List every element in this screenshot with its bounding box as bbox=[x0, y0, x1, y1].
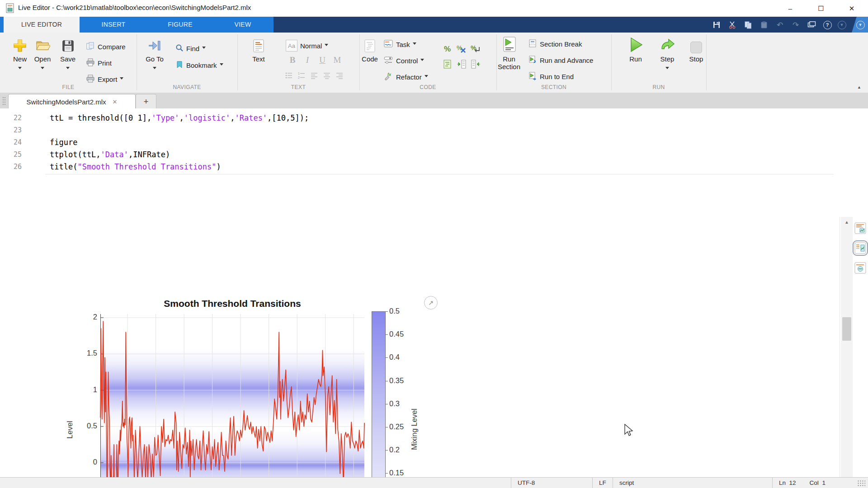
section-break-icon bbox=[528, 39, 537, 49]
wrap-comments-icon[interactable]: % bbox=[470, 43, 481, 56]
view-mode-right-icon[interactable] bbox=[854, 242, 866, 254]
qa-more-options-icon[interactable]: ▼ bbox=[837, 20, 847, 30]
window-title: Live Editor - C:\work21b\matlab\toolbox\… bbox=[18, 4, 251, 11]
plot-area[interactable] bbox=[100, 314, 364, 488]
close-tab-icon[interactable]: ✕ bbox=[113, 99, 118, 105]
refactor-button[interactable]: fx Refactor bbox=[383, 71, 428, 83]
underline-button[interactable]: U bbox=[316, 55, 328, 65]
qa-redo-icon[interactable]: ↷ bbox=[791, 20, 801, 30]
text-style-select[interactable]: Aa Normal bbox=[286, 40, 328, 52]
new-document-tab-button[interactable]: + bbox=[136, 94, 156, 109]
save-floppy-icon bbox=[54, 36, 81, 53]
bookmark-icon bbox=[175, 61, 184, 70]
bullet-list-icon[interactable] bbox=[285, 71, 293, 81]
qa-desktop-window-icon[interactable] bbox=[807, 20, 816, 30]
svg-text:2: 2 bbox=[298, 76, 300, 79]
open-button[interactable]: Open bbox=[29, 36, 56, 73]
code-line[interactable]: 26title("Smooth Threshold Transitions") bbox=[0, 161, 633, 173]
run-to-end-button[interactable]: Run to End bbox=[528, 71, 574, 82]
tab-live-editor[interactable]: LIVE EDITOR bbox=[4, 17, 80, 33]
code-button[interactable]: Code bbox=[356, 36, 383, 63]
stop-button[interactable]: Stop bbox=[683, 36, 710, 63]
bold-button[interactable]: B bbox=[287, 55, 298, 65]
status-encoding: UTF-8 bbox=[511, 478, 599, 488]
tab-insert[interactable]: INSERT bbox=[80, 17, 147, 33]
run-and-advance-button[interactable]: Run and Advance bbox=[528, 55, 593, 66]
run-section-button[interactable]: Run Section bbox=[496, 36, 522, 70]
run-and-advance-icon bbox=[528, 55, 537, 66]
matlab-live-editor-window: Live Editor - C:\work21b\matlab\toolbox\… bbox=[0, 0, 868, 488]
italic-button[interactable]: I bbox=[302, 55, 313, 65]
scroll-up-icon[interactable]: ▲ bbox=[844, 220, 850, 225]
ln-label: Ln bbox=[779, 479, 786, 486]
qa-cut-icon[interactable] bbox=[727, 20, 737, 30]
section-label-code: CODE bbox=[359, 84, 496, 90]
text-button[interactable]: Text bbox=[245, 36, 272, 63]
run-to-end-icon bbox=[528, 71, 537, 82]
resize-grip[interactable] bbox=[857, 480, 865, 486]
monospace-button[interactable]: M bbox=[331, 55, 343, 65]
qa-copy-icon[interactable] bbox=[743, 20, 753, 30]
align-left-icon[interactable] bbox=[310, 71, 318, 81]
svg-text:%: % bbox=[457, 44, 462, 52]
section-label-run: RUN bbox=[611, 84, 706, 90]
qa-save-icon[interactable] bbox=[712, 20, 722, 30]
view-mode-hide-code-icon[interactable] bbox=[854, 262, 866, 274]
open-in-figure-window-icon[interactable]: ↗ bbox=[424, 296, 438, 310]
scrollbar-thumb[interactable] bbox=[842, 317, 851, 341]
tabbar-drag-handle[interactable] bbox=[2, 96, 6, 107]
code-lines[interactable]: 22ttL = threshold([0 1],'Type','logistic… bbox=[0, 112, 633, 173]
tab-figure[interactable]: FIGURE bbox=[147, 17, 213, 33]
view-mode-inline-icon[interactable] bbox=[854, 222, 866, 234]
collapse-ribbon-icon[interactable]: ▲ bbox=[857, 85, 861, 89]
indent-left-icon[interactable] bbox=[470, 59, 481, 71]
figure-output: Smooth Threshold Transitions ↗ bbox=[61, 294, 443, 488]
save-button[interactable]: Save bbox=[54, 36, 81, 73]
ribbon-toolbar: New Open Save Compare Print Export FILE … bbox=[0, 33, 868, 93]
control-button[interactable]: Control bbox=[383, 55, 424, 66]
col-value: 1 bbox=[822, 479, 826, 486]
colorbar bbox=[372, 311, 386, 488]
print-icon bbox=[86, 58, 95, 68]
text-document-icon bbox=[245, 36, 272, 53]
align-right-icon[interactable] bbox=[335, 71, 344, 81]
code-line[interactable]: 23 bbox=[0, 124, 633, 136]
list-align-buttons: 12 bbox=[285, 71, 344, 81]
comment-icon[interactable]: % bbox=[442, 43, 453, 56]
document-tab-active[interactable]: SwitchingModelsPart2.mlx ✕ bbox=[8, 94, 136, 109]
code-line[interactable]: 22ttL = threshold([0 1],'Type','logistic… bbox=[0, 112, 633, 124]
bookmark-button[interactable]: Bookmark bbox=[175, 61, 223, 70]
status-position: Ln 12 Col 1 bbox=[772, 478, 868, 488]
qa-help-icon[interactable]: ? bbox=[822, 20, 832, 30]
numbered-list-icon[interactable]: 12 bbox=[297, 71, 306, 81]
run-button[interactable]: Run bbox=[622, 36, 649, 63]
qa-undo-icon[interactable]: ↶ bbox=[775, 20, 785, 30]
goto-button[interactable]: Go To bbox=[141, 36, 168, 73]
find-button[interactable]: Find bbox=[175, 44, 206, 53]
svg-text:fx: fx bbox=[387, 72, 392, 77]
compare-button[interactable]: Compare bbox=[86, 42, 126, 52]
smart-indent-icon[interactable] bbox=[442, 59, 453, 71]
export-icon bbox=[86, 74, 95, 84]
close-button[interactable]: ✕ bbox=[843, 3, 861, 14]
minimize-button[interactable]: – bbox=[781, 3, 799, 14]
maximize-button[interactable]: ☐ bbox=[812, 3, 830, 14]
task-button[interactable]: Task bbox=[383, 39, 416, 50]
code-line[interactable]: 25ttplot(ttL,'Data',INFRate) bbox=[0, 149, 633, 161]
align-center-icon[interactable] bbox=[323, 71, 331, 81]
print-button[interactable]: Print bbox=[86, 58, 112, 68]
run-play-icon bbox=[622, 36, 649, 53]
code-line[interactable]: 24figure bbox=[0, 136, 633, 149]
tab-view[interactable]: VIEW bbox=[213, 17, 273, 33]
vertical-scrollbar[interactable] bbox=[841, 217, 853, 488]
export-button[interactable]: Export bbox=[86, 74, 123, 84]
gallery-expand-icon[interactable]: ▼ bbox=[855, 20, 865, 30]
search-icon bbox=[175, 44, 184, 53]
section-label-text: TEXT bbox=[237, 84, 359, 90]
live-editor-canvas[interactable]: 22ttL = threshold([0 1],'Type','logistic… bbox=[0, 108, 868, 477]
indent-right-icon[interactable] bbox=[456, 59, 467, 71]
section-break-button[interactable]: Section Break bbox=[528, 39, 582, 49]
step-button[interactable]: Step bbox=[654, 36, 681, 73]
qa-paste-icon[interactable] bbox=[759, 20, 769, 30]
uncomment-icon[interactable]: % bbox=[456, 43, 467, 56]
